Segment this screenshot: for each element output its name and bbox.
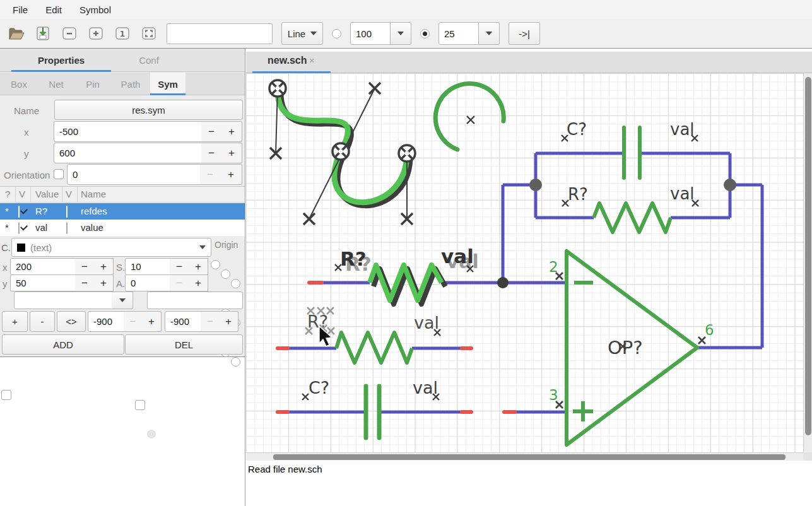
text-x-decrement[interactable]: − bbox=[75, 258, 95, 275]
table-row-value[interactable]: * val value bbox=[0, 220, 245, 236]
text-x-increment[interactable]: + bbox=[94, 258, 114, 275]
loop-resistor-val[interactable]: val bbox=[670, 184, 695, 203]
capacitor-2[interactable]: C? val bbox=[302, 378, 439, 438]
orientation-increment-button[interactable]: + bbox=[220, 164, 242, 185]
zoom-in-button[interactable] bbox=[87, 25, 105, 42]
opamp-ref[interactable]: OP? bbox=[608, 337, 643, 358]
open-file-button[interactable] bbox=[8, 25, 25, 42]
orientation-input[interactable]: 0 bbox=[67, 164, 201, 185]
y-input[interactable]: 600 bbox=[54, 143, 202, 163]
rotation-decrement[interactable]: − bbox=[124, 311, 143, 332]
arc-element[interactable] bbox=[435, 84, 503, 150]
save-button[interactable] bbox=[34, 25, 52, 42]
x-decrement-button[interactable]: − bbox=[201, 121, 222, 142]
symbol-name-button[interactable]: res.sym bbox=[54, 100, 243, 120]
opamp-symbol[interactable]: OP? 2 3 6 bbox=[549, 251, 714, 445]
attr-dropdown-button[interactable] bbox=[112, 291, 133, 309]
menu-edit[interactable]: Edit bbox=[38, 2, 69, 18]
origin-radio-br[interactable] bbox=[231, 357, 240, 367]
del-button[interactable]: DEL bbox=[125, 334, 243, 355]
menu-file[interactable]: File bbox=[5, 2, 35, 18]
visible-checkbox[interactable] bbox=[18, 222, 20, 234]
zoom-radio[interactable] bbox=[332, 29, 341, 38]
vertical-scrollbar[interactable] bbox=[803, 73, 812, 452]
y-decrement-button[interactable]: − bbox=[201, 143, 222, 163]
text-y-decrement[interactable]: − bbox=[75, 274, 95, 291]
tab-sym[interactable]: Sym bbox=[150, 73, 185, 95]
zoom-combobox[interactable]: 100 bbox=[350, 22, 411, 45]
text-size-input[interactable]: 10 bbox=[125, 258, 170, 275]
attr-entry[interactable] bbox=[147, 291, 243, 309]
origin-radio-tr[interactable] bbox=[231, 279, 240, 288]
text-layer-combobox[interactable]: (text) bbox=[11, 238, 211, 257]
text-y-increment[interactable]: + bbox=[94, 274, 114, 291]
zoom-value-input[interactable]: 100 bbox=[350, 22, 391, 45]
selected-resistor-ref[interactable]: R? bbox=[340, 247, 367, 270]
flip-input[interactable]: -900 bbox=[165, 311, 201, 332]
plus-button[interactable]: + bbox=[2, 311, 28, 332]
visible-checkbox[interactable] bbox=[66, 206, 68, 218]
tab-close-icon[interactable]: × bbox=[309, 55, 315, 66]
zoom-dropdown-button[interactable] bbox=[391, 22, 411, 45]
text-size-decrement[interactable]: − bbox=[170, 258, 189, 275]
flip-decrement[interactable]: − bbox=[201, 311, 220, 332]
tab-conf[interactable]: Conf bbox=[111, 49, 187, 72]
x-increment-button[interactable]: + bbox=[221, 121, 242, 142]
resistor-selected[interactable]: R? R? val val bbox=[335, 245, 479, 304]
text-y-input[interactable]: 50 bbox=[10, 274, 76, 291]
zoom-one-button[interactable]: 1 bbox=[114, 25, 131, 42]
snap-radio[interactable] bbox=[420, 29, 430, 38]
attr-checkbox-2[interactable] bbox=[135, 400, 145, 410]
text-angle-increment[interactable]: + bbox=[189, 274, 208, 291]
loop-resistor-ref[interactable]: R? bbox=[568, 185, 588, 204]
tab-properties[interactable]: Properties bbox=[11, 49, 111, 72]
visible-checkbox[interactable] bbox=[66, 222, 68, 234]
table-row-refdes[interactable]: * R? refdes bbox=[0, 203, 245, 220]
text-size-increment[interactable]: + bbox=[189, 258, 208, 275]
bezier-curve-selected[interactable] bbox=[269, 80, 415, 225]
orientation-checkbox[interactable] bbox=[54, 169, 64, 179]
menu-symbol[interactable]: Symbol bbox=[72, 2, 119, 18]
visible-checkbox[interactable] bbox=[18, 206, 20, 218]
text-angle-decrement[interactable]: − bbox=[170, 274, 189, 291]
rotation-increment[interactable]: + bbox=[142, 311, 162, 332]
selected-resistor-val[interactable]: val bbox=[441, 245, 474, 268]
tab-stop-button[interactable]: ->| bbox=[509, 22, 540, 45]
tab-path[interactable]: Path bbox=[111, 73, 150, 95]
snap-combobox[interactable]: 25 bbox=[438, 22, 500, 45]
attr-combobox[interactable] bbox=[14, 291, 112, 309]
capacitor2-ref[interactable]: C? bbox=[309, 378, 329, 397]
horizontal-scrollbar[interactable] bbox=[246, 452, 803, 461]
minus-button[interactable]: - bbox=[30, 311, 55, 332]
x-input[interactable]: -500 bbox=[54, 121, 202, 142]
attr-checkbox-1[interactable] bbox=[1, 390, 11, 400]
add-button[interactable]: ADD bbox=[2, 334, 124, 355]
loop-capacitor-ref[interactable]: C? bbox=[567, 120, 587, 139]
loop-capacitor-val[interactable]: val bbox=[670, 120, 695, 139]
tab-box[interactable]: Box bbox=[0, 73, 38, 95]
document-tab[interactable]: new.sch bbox=[268, 55, 307, 66]
y-increment-button[interactable]: + bbox=[221, 143, 242, 163]
vertical-scrollbar-thumb[interactable] bbox=[805, 77, 811, 435]
loop-capacitor[interactable]: C? val bbox=[562, 120, 698, 178]
line-mode-select[interactable]: Line bbox=[281, 22, 323, 45]
swap-button[interactable]: <> bbox=[57, 311, 86, 332]
schematic-canvas[interactable]: R? R? val val R? val bbox=[246, 73, 803, 452]
toolbar-search-input[interactable] bbox=[167, 23, 273, 44]
zoom-out-button[interactable] bbox=[61, 25, 78, 42]
text-angle-input[interactable]: 0 bbox=[125, 274, 170, 291]
row-value: val bbox=[35, 222, 47, 233]
orientation-decrement-button[interactable]: − bbox=[200, 164, 221, 185]
snap-dropdown-button[interactable] bbox=[479, 22, 500, 45]
snap-value-input[interactable]: 25 bbox=[438, 22, 479, 45]
text-x-input[interactable]: 200 bbox=[10, 258, 76, 275]
horizontal-scrollbar-thumb[interactable] bbox=[273, 454, 786, 460]
origin-radio-tc[interactable] bbox=[221, 269, 230, 279]
tab-pin[interactable]: Pin bbox=[74, 73, 111, 95]
origin-radio-tl[interactable] bbox=[211, 260, 220, 269]
tab-net[interactable]: Net bbox=[38, 73, 74, 95]
flip-increment[interactable]: + bbox=[219, 311, 238, 332]
zoom-fit-button[interactable] bbox=[140, 25, 158, 42]
rotation-input[interactable]: -900 bbox=[88, 311, 124, 332]
loop-resistor[interactable]: R? val bbox=[562, 184, 698, 232]
